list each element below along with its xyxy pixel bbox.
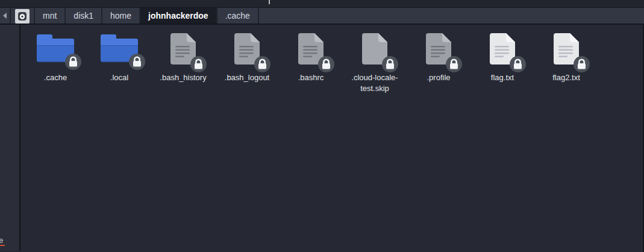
file-label: .bash_logout	[225, 72, 269, 83]
icon-area	[283, 33, 339, 65]
top-strip	[0, 0, 644, 8]
icon-area	[539, 33, 594, 65]
breadcrumb-item-cache[interactable]: .cache	[217, 8, 259, 24]
file-label: .bash_history	[160, 72, 206, 83]
icon-area	[28, 33, 83, 65]
file-item[interactable]: .cloud-locale-test.skip	[347, 33, 402, 93]
folder-icon	[37, 34, 74, 62]
breadcrumb-item-home[interactable]: home	[102, 8, 140, 24]
file-label: .cache	[44, 72, 67, 83]
path-bar: mnt disk1 home johnhackerdoe .cache	[0, 8, 644, 25]
breadcrumb-item-johnhackerdoe[interactable]: johnhackerdoe	[140, 8, 217, 24]
lock-emblem-icon	[574, 56, 590, 72]
file-label: .local	[110, 72, 128, 83]
lock-emblem-icon	[190, 56, 207, 72]
cutoff-sidebar-text: e	[0, 236, 3, 244]
breadcrumb-item-mnt[interactable]: mnt	[35, 8, 66, 24]
breadcrumb: mnt disk1 home johnhackerdoe .cache	[35, 8, 259, 24]
icon-area	[347, 33, 402, 65]
content-area: e .cache	[0, 25, 644, 251]
file-label: .cloud-locale-test.skip	[347, 72, 402, 93]
folder-icon	[101, 34, 138, 62]
drive-root-button[interactable]	[15, 9, 30, 24]
drive-harddisk-icon	[17, 11, 27, 21]
icon-area	[411, 33, 466, 65]
lock-emblem-icon	[382, 56, 398, 72]
icon-area	[155, 33, 211, 65]
file-manager-window: mnt disk1 home johnhackerdoe .cache e	[0, 0, 644, 252]
file-label: flag2.txt	[552, 72, 580, 83]
file-item[interactable]: flag.txt	[475, 33, 530, 83]
lock-emblem-icon	[129, 54, 145, 70]
side-strip: e	[0, 25, 20, 251]
file-item[interactable]: flag2.txt	[539, 33, 594, 83]
breadcrumb-item-disk1[interactable]: disk1	[66, 8, 102, 24]
file-label: .profile	[427, 72, 450, 83]
scroll-left-button[interactable]	[0, 8, 10, 24]
icon-area	[475, 33, 530, 65]
file-label: .bashrc	[298, 72, 324, 83]
cutoff-underline	[0, 245, 5, 246]
divider	[10, 8, 11, 24]
icon-area	[92, 33, 147, 65]
file-item[interactable]: .cache	[28, 33, 83, 83]
cutoff-cursor-tick	[269, 0, 270, 4]
lock-emblem-icon	[318, 56, 334, 72]
file-item[interactable]: .profile	[411, 33, 466, 83]
lock-emblem-icon	[254, 56, 270, 72]
lock-emblem-icon	[65, 54, 81, 70]
file-item[interactable]: .bashrc	[283, 33, 339, 83]
file-icon-grid: .cache .local	[20, 25, 644, 251]
file-item[interactable]: .local	[92, 33, 147, 83]
lock-emblem-icon	[510, 56, 526, 72]
lock-emblem-icon	[446, 56, 462, 72]
file-label: flag.txt	[491, 72, 514, 83]
chevron-left-icon	[3, 13, 7, 19]
icon-area	[219, 33, 275, 65]
file-item[interactable]: .bash_history	[155, 33, 211, 83]
file-item[interactable]: .bash_logout	[219, 33, 275, 83]
